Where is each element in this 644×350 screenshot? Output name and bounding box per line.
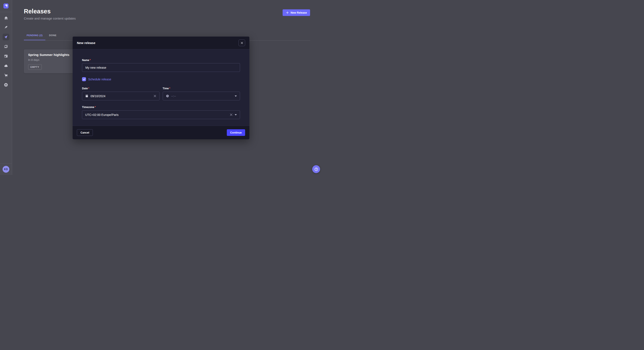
user-avatar[interactable]: KD (2, 166, 9, 173)
date-time-row: Date* 09/10/2024 (82, 86, 240, 100)
time-picker-input[interactable]: --:-- (163, 92, 240, 100)
gear-icon (4, 83, 8, 87)
time-field: Time* --:-- (163, 86, 240, 100)
date-picker-input[interactable]: 09/10/2024 (82, 92, 160, 100)
close-icon (241, 42, 243, 44)
images-icon (4, 45, 8, 48)
date-field-label: Date* (82, 87, 89, 90)
cart-icon (4, 73, 8, 77)
sidebar-item-media-library[interactable] (2, 43, 9, 50)
required-marker: * (90, 59, 91, 62)
clear-x-icon (154, 95, 156, 97)
tabs: PENDING (2) DONE (24, 34, 59, 40)
sidebar-nav (2, 14, 9, 88)
time-field-label: Time* (163, 87, 170, 90)
name-label-text: Name (82, 59, 89, 62)
sidebar-item-settings[interactable] (2, 81, 9, 88)
page-subtitle: Create and manage content updates (24, 16, 76, 20)
date-value: 09/10/2024 (90, 94, 106, 98)
sidebar-item-marketplace[interactable] (2, 72, 9, 79)
sidebar-item-content-manager[interactable] (2, 53, 9, 59)
modal-body: Name* Schedule release Date* (72, 49, 250, 126)
name-field-label: Name* (82, 49, 240, 62)
timezone-value: UTC+02:00 Europe/Paris (85, 113, 118, 117)
clock-icon (166, 94, 169, 98)
name-input[interactable] (82, 63, 240, 72)
new-release-button[interactable]: New Release (282, 9, 310, 16)
schedule-release-option[interactable]: Schedule release (82, 77, 240, 81)
chevron-down-icon[interactable] (235, 95, 237, 97)
time-placeholder: --:-- (171, 94, 176, 98)
tab-pending[interactable]: PENDING (2) (24, 34, 45, 40)
layout-icon (4, 54, 8, 58)
feather-icon (4, 25, 8, 29)
timezone-field-label: Timezone* (82, 106, 96, 109)
releases-page: KD Releases Create and manage content up… (0, 0, 322, 175)
required-marker: * (88, 87, 89, 90)
sidebar-item-releases[interactable] (2, 34, 9, 40)
continue-button[interactable]: Continue (227, 129, 245, 136)
timezone-select-input[interactable]: UTC+02:00 Europe/Paris (82, 110, 240, 119)
tab-done[interactable]: DONE (46, 34, 59, 40)
date-clear-button[interactable] (154, 95, 156, 97)
cloud-icon (4, 64, 8, 68)
sidebar: KD (0, 0, 12, 175)
schedule-release-checkbox[interactable] (82, 77, 86, 81)
new-release-button-label: New Release (291, 11, 307, 14)
page-title: Releases (24, 8, 76, 15)
new-release-modal: New release Name* Schedule release (72, 37, 250, 139)
workspace-logo-button[interactable] (4, 3, 8, 8)
modal-title: New release (77, 41, 96, 45)
question-mark-circle-icon (314, 167, 318, 172)
calendar-icon (85, 94, 88, 98)
sidebar-item-home[interactable] (2, 14, 9, 21)
timezone-clear-button[interactable] (230, 113, 232, 116)
home-icon (4, 16, 8, 20)
release-status-badge: EMPTY (28, 64, 42, 70)
sidebar-divider (0, 163, 12, 164)
date-label-text: Date (82, 87, 88, 90)
required-marker: * (169, 87, 170, 90)
strapi-logo-icon (4, 3, 8, 8)
timezone-field: Timezone* UTC+02:00 Europe/Paris (82, 105, 240, 119)
send-icon (4, 35, 8, 39)
modal-header: New release (72, 37, 250, 49)
sidebar-item-content[interactable] (2, 24, 9, 31)
clear-x-icon (230, 113, 232, 116)
check-icon (83, 78, 86, 81)
page-header: Releases Create and manage content updat… (24, 8, 76, 20)
sidebar-item-deploy[interactable] (2, 62, 9, 69)
modal-footer: Cancel Continue (72, 126, 250, 139)
sidebar-divider (0, 12, 12, 12)
plus-icon (286, 11, 289, 14)
cancel-button[interactable]: Cancel (77, 129, 93, 136)
schedule-release-label: Schedule release (88, 78, 111, 81)
modal-close-button[interactable] (238, 39, 245, 46)
required-marker: * (94, 106, 96, 109)
chevron-down-icon[interactable] (235, 114, 237, 116)
timezone-label-text: Timezone (82, 106, 94, 109)
time-label-text: Time (163, 87, 169, 90)
help-button[interactable] (312, 165, 320, 173)
date-field: Date* 09/10/2024 (82, 86, 160, 100)
